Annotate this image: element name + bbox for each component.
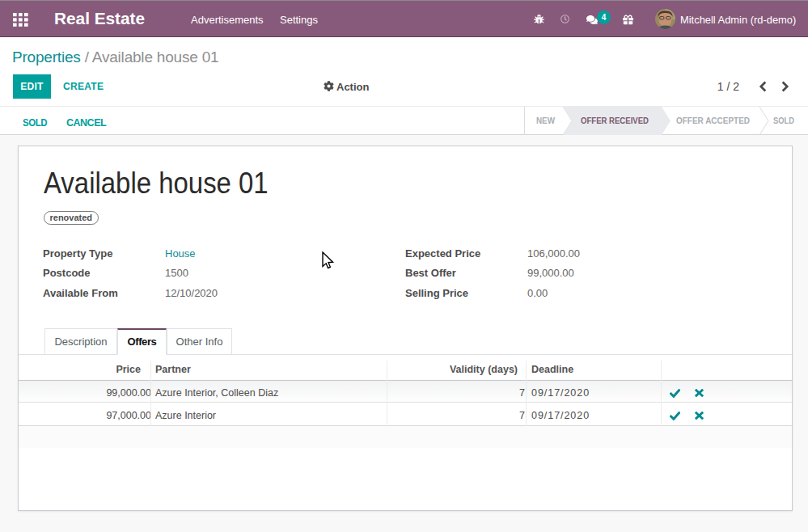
svg-text:NEW: NEW (536, 116, 555, 125)
svg-text:OFFER ACCEPTED: OFFER ACCEPTED (676, 116, 750, 125)
svg-text:OFFER RECEIVED: OFFER RECEIVED (581, 116, 649, 125)
svg-text:SOLD: SOLD (773, 116, 794, 125)
